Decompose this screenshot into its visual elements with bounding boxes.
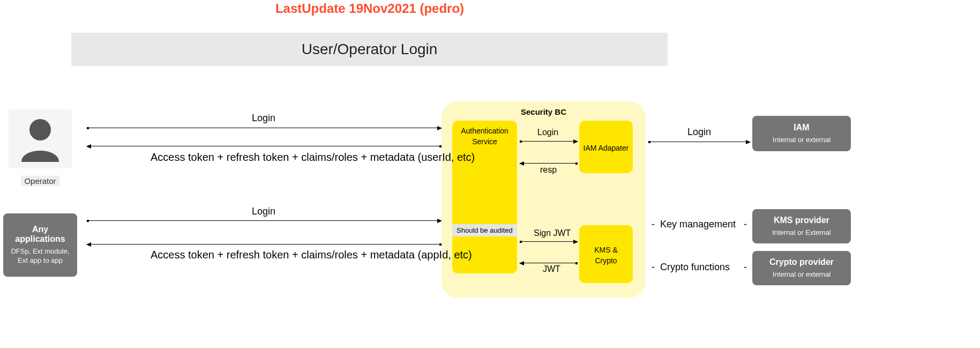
label-auth-iam-login: Login — [537, 128, 558, 137]
actor-operator-label: Operator — [21, 176, 59, 186]
arrow-auth-iam-login — [520, 141, 578, 142]
actor-operator: Operator — [9, 109, 72, 186]
title-banner: User/Operator Login — [71, 33, 668, 66]
external-iam-subtitle: Internal or external — [758, 136, 846, 145]
iam-adapter-box: IAM Adapater — [579, 121, 633, 173]
external-crypto-box: Crypto provider Internal or external — [752, 251, 851, 285]
external-crypto-title: Crypto provider — [758, 257, 846, 267]
arrow-app-login — [87, 220, 442, 221]
kms-crypto-box: KMS & Crypto — [579, 225, 633, 283]
audit-note: Should be audited — [452, 224, 517, 236]
external-iam-box: IAM Internal or external — [752, 116, 851, 151]
arrow-operator-login — [87, 128, 442, 128]
header-last-update: LastUpdate 19Nov2021 (pedro) — [0, 1, 739, 16]
arrow-auth-kms-resp — [520, 263, 578, 263]
svg-point-1 — [29, 119, 51, 140]
external-iam-title: IAM — [758, 123, 846, 132]
actor-applications: Any applications DFSp, Ext module, Ext a… — [3, 213, 77, 277]
iam-adapter-label: IAM Adapater — [580, 143, 632, 154]
arrow-auth-kms-sign — [520, 241, 578, 242]
arrow-auth-iam-resp — [520, 163, 578, 164]
external-kms-subtitle: Internal or External — [758, 228, 846, 238]
arrow-operator-response — [87, 146, 442, 146]
label-app-login: Login — [252, 206, 275, 217]
kms-crypto-label: KMS & Crypto — [579, 245, 633, 266]
label-operator-login: Login — [252, 113, 275, 124]
label-auth-kms-sign: Sign JWT — [534, 228, 571, 238]
dash-key-mgmt-right: - — [744, 219, 747, 230]
label-secbc-iam: Login — [687, 127, 711, 138]
label-app-response: Access token + refresh token + claims/ro… — [151, 249, 429, 261]
arrow-secbc-iam — [648, 142, 750, 142]
label-operator-response: Access token + refresh token + claims/ro… — [151, 151, 429, 164]
external-crypto-subtitle: Internal or external — [758, 270, 846, 279]
security-bc-title: Security BC — [442, 107, 646, 116]
external-kms-title: KMS provider — [758, 216, 846, 225]
actor-applications-title: Any applications — [9, 225, 72, 244]
dash-crypto-right: - — [744, 262, 747, 273]
user-icon — [9, 109, 72, 168]
label-key-mgmt: Key management — [660, 219, 736, 230]
arrow-app-response — [87, 244, 442, 245]
label-auth-iam-resp: resp — [540, 165, 557, 175]
label-crypto-fn: Crypto functions — [660, 262, 730, 273]
actor-applications-subtitle: DFSp, Ext module, Ext app to app — [9, 247, 72, 265]
dash-key-mgmt-left: - — [652, 219, 655, 230]
label-auth-kms-resp: JWT — [543, 264, 560, 274]
dash-crypto-left: - — [652, 262, 655, 273]
authentication-service-label: Authentication Service — [452, 124, 517, 149]
external-kms-box: KMS provider Internal or External — [752, 209, 851, 243]
